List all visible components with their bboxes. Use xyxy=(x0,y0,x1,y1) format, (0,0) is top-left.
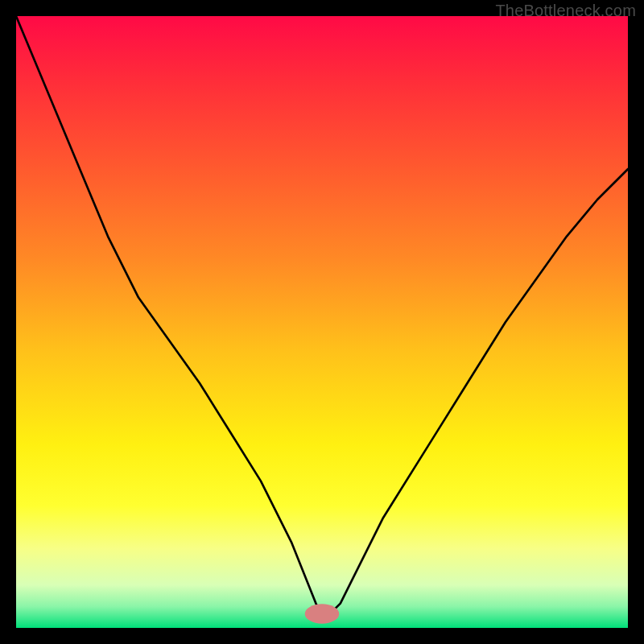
optimum-marker xyxy=(305,604,340,623)
gradient-background xyxy=(16,16,628,628)
chart-plot xyxy=(16,16,628,628)
chart-frame: TheBottleneck.com xyxy=(0,0,644,644)
